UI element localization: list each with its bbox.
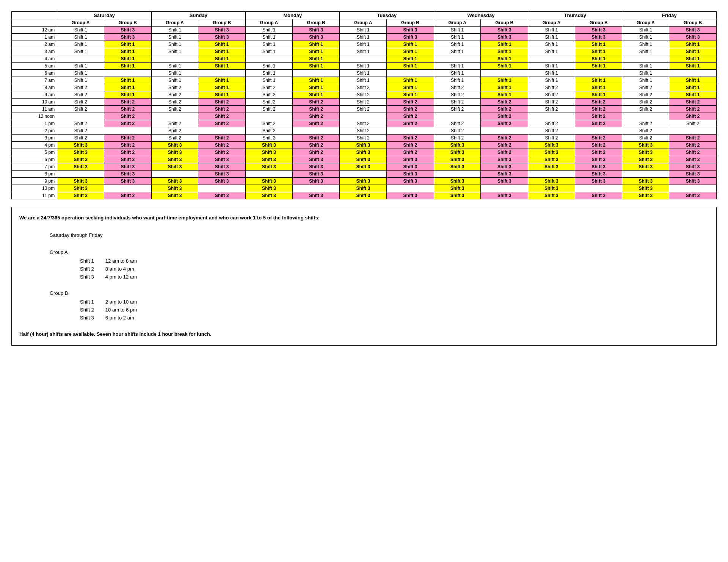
time-label: 8 am	[12, 84, 57, 91]
cell: Shift 3	[57, 178, 104, 185]
cell: Shift 2	[198, 120, 246, 127]
cell: Shift 3	[528, 156, 575, 163]
cell: Shift 1	[151, 63, 198, 70]
time-label: 9 pm	[12, 178, 57, 185]
shift-time: 6 pm to 2 am	[105, 314, 137, 322]
cell	[481, 185, 528, 192]
cell: Shift 3	[575, 34, 622, 41]
saturday-header: Saturday	[57, 12, 151, 19]
cell: Shift 1	[57, 48, 104, 55]
cell	[669, 185, 717, 192]
cell: Shift 2	[246, 84, 293, 91]
cell: Shift 1	[434, 27, 481, 34]
sun-gb: Group B	[198, 19, 246, 27]
cell: Shift 2	[669, 106, 717, 113]
cell: Shift 2	[57, 91, 104, 99]
time-label: 1 am	[12, 34, 57, 41]
cell: Shift 1	[104, 63, 152, 70]
cell: Shift 2	[434, 91, 481, 99]
cell: Shift 1	[198, 91, 246, 99]
cell: Shift 1	[481, 55, 528, 63]
time-label: 7 am	[12, 77, 57, 84]
cell: Shift 1	[528, 48, 575, 55]
cell: Shift 2	[387, 106, 434, 113]
cell: Shift 3	[481, 27, 528, 34]
cell: Shift 2	[340, 99, 387, 106]
cell: Shift 2	[481, 142, 528, 149]
cell: Shift 2	[669, 135, 717, 142]
cell: Shift 3	[481, 34, 528, 41]
cell: Shift 3	[340, 163, 387, 171]
cell	[104, 185, 152, 192]
cell: Shift 2	[340, 127, 387, 135]
cell: Shift 3	[622, 163, 669, 171]
group-b-label: Group B	[50, 290, 709, 297]
cell: Shift 3	[669, 156, 717, 163]
cell: Shift 2	[669, 99, 717, 106]
cell: Shift 1	[292, 63, 340, 70]
info-section: We are a 24/7/365 operation seeking indi…	[11, 207, 717, 346]
table-row: 2 am Shift 1 Shift 1 Shift 1 Shift 1 Shi…	[12, 41, 717, 48]
cell: Shift 3	[622, 156, 669, 163]
cell: Shift 2	[198, 113, 246, 120]
list-item: Shift 2 10 am to 6 pm	[80, 306, 137, 314]
cell: Shift 3	[151, 185, 198, 192]
time-label: 3 pm	[12, 135, 57, 142]
table-row: 3 am Shift 1 Shift 1 Shift 1 Shift 1 Shi…	[12, 48, 717, 55]
cell	[434, 113, 481, 120]
cell: Shift 2	[622, 106, 669, 113]
cell: Shift 3	[246, 142, 293, 149]
time-label: 4 pm	[12, 142, 57, 149]
cell: Shift 3	[340, 142, 387, 149]
cell: Shift 1	[246, 34, 293, 41]
shift-num: Shift 1	[80, 298, 105, 306]
cell: Shift 1	[340, 70, 387, 77]
cell: Shift 2	[575, 99, 622, 106]
cell: Shift 3	[151, 156, 198, 163]
list-item: Shift 1 12 am to 8 am	[80, 257, 137, 265]
cell: Shift 3	[575, 178, 622, 185]
cell: Shift 3	[387, 192, 434, 199]
cell: Shift 2	[340, 84, 387, 91]
cell: Shift 1	[669, 48, 717, 55]
cell	[57, 55, 104, 63]
cell	[151, 55, 198, 63]
cell: Shift 2	[151, 127, 198, 135]
cell: Shift 3	[246, 163, 293, 171]
table-row: 6 am Shift 1 Shift 1 Shift 1 Shift 1 Shi…	[12, 70, 717, 77]
cell: Shift 1	[340, 41, 387, 48]
cell: Shift 3	[104, 192, 152, 199]
time-label: 11 am	[12, 106, 57, 113]
cell	[434, 171, 481, 178]
monday-header: Monday	[246, 12, 340, 19]
cell: Shift 1	[246, 63, 293, 70]
cell: Shift 1	[198, 84, 246, 91]
list-item: Shift 2 8 am to 4 pm	[80, 265, 137, 273]
cell: Shift 2	[246, 127, 293, 135]
cell: Shift 2	[622, 91, 669, 99]
cell	[622, 171, 669, 178]
cell: Shift 2	[57, 120, 104, 127]
cell: Shift 1	[292, 48, 340, 55]
cell: Shift 2	[481, 113, 528, 120]
cell: Shift 3	[387, 171, 434, 178]
cell: Shift 1	[57, 63, 104, 70]
table-row: 10 pm Shift 3 Shift 3 Shift 3 Shift 3 Sh…	[12, 185, 717, 192]
main-container: Saturday Sunday Monday Tuesday Wednesday…	[11, 11, 717, 346]
cell: Shift 3	[292, 156, 340, 163]
cell: Shift 3	[669, 27, 717, 34]
cell: Shift 2	[622, 135, 669, 142]
shift-num: Shift 3	[80, 273, 105, 281]
cell: Shift 3	[198, 192, 246, 199]
cell: Shift 1	[151, 34, 198, 41]
cell: Shift 3	[669, 178, 717, 185]
cell: Shift 2	[434, 120, 481, 127]
cell: Shift 3	[622, 178, 669, 185]
cell: Shift 2	[622, 99, 669, 106]
cell: Shift 3	[104, 178, 152, 185]
cell: Shift 2	[292, 113, 340, 120]
table-row: 3 pm Shift 2 Shift 2 Shift 2 Shift 2 Shi…	[12, 135, 717, 142]
cell: Shift 2	[669, 142, 717, 149]
cell: Shift 3	[198, 27, 246, 34]
cell: Shift 2	[528, 99, 575, 106]
